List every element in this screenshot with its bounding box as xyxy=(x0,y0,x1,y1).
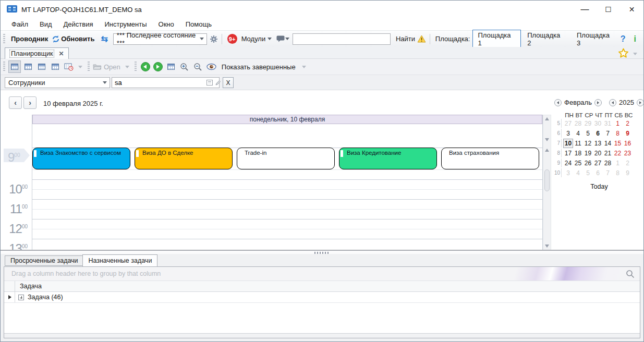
search-input[interactable] xyxy=(293,33,391,45)
tasks-tab[interactable]: Назначенные задачи xyxy=(82,254,157,266)
appointment[interactable]: Виза ДО в Сделке xyxy=(135,148,233,169)
minical-day[interactable]: 8 xyxy=(613,168,623,178)
scroll-down-icon[interactable] xyxy=(545,138,549,141)
pencil-icon[interactable] xyxy=(215,80,221,86)
employee-filter-input[interactable] xyxy=(112,79,206,87)
toolbar-grip[interactable] xyxy=(3,34,5,44)
minical-day[interactable]: 23 xyxy=(623,149,633,158)
minical-day[interactable]: 27 xyxy=(593,158,603,168)
toolbar-grip[interactable] xyxy=(135,62,137,72)
minical-day[interactable]: 27 xyxy=(563,119,573,128)
tasks-tab[interactable]: Просроченные задачи xyxy=(5,255,84,266)
minical-day[interactable]: 8 xyxy=(613,129,623,138)
appointment[interactable]: Виза страхования xyxy=(441,148,539,169)
resource-combobox[interactable]: Сотрудники xyxy=(5,77,110,88)
minical-day[interactable]: 7 xyxy=(603,129,613,138)
state-selector[interactable]: *** Последнее состояние *** xyxy=(113,33,207,45)
menu-item[interactable]: Вид xyxy=(34,19,58,29)
today-button[interactable]: Today xyxy=(554,183,644,190)
refresh-button[interactable]: Обновить xyxy=(61,35,94,43)
chat-icon[interactable] xyxy=(276,34,285,44)
minical-day[interactable]: 2 xyxy=(623,158,633,168)
scroll-up-icon[interactable] xyxy=(545,149,549,152)
minical-day[interactable]: 4 xyxy=(573,168,583,178)
maximize-button[interactable]: ☐ xyxy=(597,1,620,18)
minical-day[interactable]: 6 xyxy=(593,168,603,178)
minical-day[interactable]: 26 xyxy=(583,158,593,168)
prev-year-button[interactable] xyxy=(609,99,616,106)
search-icon[interactable] xyxy=(626,270,635,280)
minical-day[interactable]: 31 xyxy=(603,119,613,128)
expand-plus-icon[interactable] xyxy=(18,295,24,300)
horizontal-splitter[interactable] xyxy=(1,250,643,254)
view-timeline-button[interactable] xyxy=(63,60,75,73)
view-week-button[interactable] xyxy=(35,60,48,73)
view-month-button[interactable] xyxy=(49,60,62,73)
minical-day[interactable]: 3 xyxy=(563,168,573,178)
time-slot[interactable] xyxy=(32,180,542,190)
grid-horizontal-scrollbar[interactable] xyxy=(4,333,640,338)
scheduler-scrollbar[interactable] xyxy=(543,115,551,250)
minical-day[interactable]: 5 xyxy=(583,129,593,138)
minical-day[interactable]: 11 xyxy=(573,139,583,148)
card-icon[interactable] xyxy=(206,80,213,86)
explorer-button[interactable]: Проводник xyxy=(11,35,48,43)
zoom-out-button[interactable] xyxy=(192,60,204,73)
favorites-star-icon[interactable] xyxy=(618,48,629,60)
minical-day[interactable]: 18 xyxy=(573,149,583,158)
scroll-up-icon[interactable] xyxy=(545,117,549,120)
minical-day[interactable]: 5 xyxy=(583,168,593,178)
time-slot[interactable] xyxy=(32,200,542,210)
minical-day[interactable]: 17 xyxy=(563,149,573,158)
minical-day[interactable]: 28 xyxy=(603,158,613,168)
refresh-icon[interactable] xyxy=(51,34,60,44)
view-workweek-button[interactable] xyxy=(22,60,34,73)
scroll-thumb[interactable] xyxy=(544,169,550,191)
minical-day[interactable]: 1 xyxy=(613,119,623,128)
time-slot[interactable] xyxy=(32,219,542,229)
time-slot[interactable] xyxy=(32,229,542,239)
goto-date-button[interactable] xyxy=(165,60,177,73)
next-day-button[interactable] xyxy=(153,62,163,71)
show-completed-chevron-icon[interactable] xyxy=(302,66,306,68)
modules-chevron-icon[interactable] xyxy=(268,38,272,40)
appointment[interactable]: Виза Знакомство с сервисом xyxy=(32,148,130,169)
toolbar-grip[interactable] xyxy=(3,62,5,72)
next-year-button[interactable] xyxy=(637,99,644,106)
next-month-button[interactable] xyxy=(594,99,602,106)
info-icon[interactable]: i xyxy=(634,34,636,44)
swap-icon[interactable]: ⇆ xyxy=(101,34,107,44)
close-button[interactable]: ✕ xyxy=(620,1,643,18)
time-slot[interactable] xyxy=(32,190,542,200)
menu-item[interactable]: Файл xyxy=(6,19,34,29)
minical-day[interactable]: 24 xyxy=(563,158,573,168)
prev-day-button[interactable] xyxy=(141,62,150,71)
time-slot[interactable] xyxy=(32,210,542,219)
chat-chevron-icon[interactable] xyxy=(285,38,289,40)
appointment[interactable]: Виза Кредитование xyxy=(339,148,437,169)
menu-item[interactable]: Окно xyxy=(153,19,180,29)
view-day-button[interactable] xyxy=(8,60,21,73)
minical-day[interactable]: 9 xyxy=(623,129,633,138)
menu-item[interactable]: Инструменты xyxy=(99,19,152,29)
minical-day[interactable]: 16 xyxy=(623,139,633,148)
site-button[interactable]: Площадка 3 xyxy=(572,30,620,48)
minical-day[interactable]: 9 xyxy=(623,168,633,178)
help-icon[interactable]: ? xyxy=(621,34,626,44)
menu-item[interactable]: Помощь xyxy=(180,19,217,29)
column-header-task[interactable]: Задача xyxy=(20,281,42,292)
time-slot[interactable] xyxy=(32,170,542,180)
site-button[interactable]: Площадка 1 xyxy=(472,30,521,48)
minical-day[interactable]: 25 xyxy=(573,158,583,168)
visibility-toggle-button[interactable] xyxy=(205,60,218,73)
minical-day[interactable]: 2 xyxy=(623,119,633,128)
minical-day[interactable]: 1 xyxy=(613,158,623,168)
appointment[interactable]: Trade-in xyxy=(237,148,335,169)
open-button[interactable]: Open xyxy=(104,63,120,71)
minical-day[interactable]: 15 xyxy=(613,139,623,148)
minical-day[interactable]: 7 xyxy=(603,168,613,178)
all-day-area[interactable] xyxy=(32,124,542,148)
show-completed-button[interactable]: Показать завершенные xyxy=(222,63,296,71)
tab-close-icon[interactable]: ✕ xyxy=(58,50,64,57)
minical-day[interactable]: 20 xyxy=(593,149,603,158)
